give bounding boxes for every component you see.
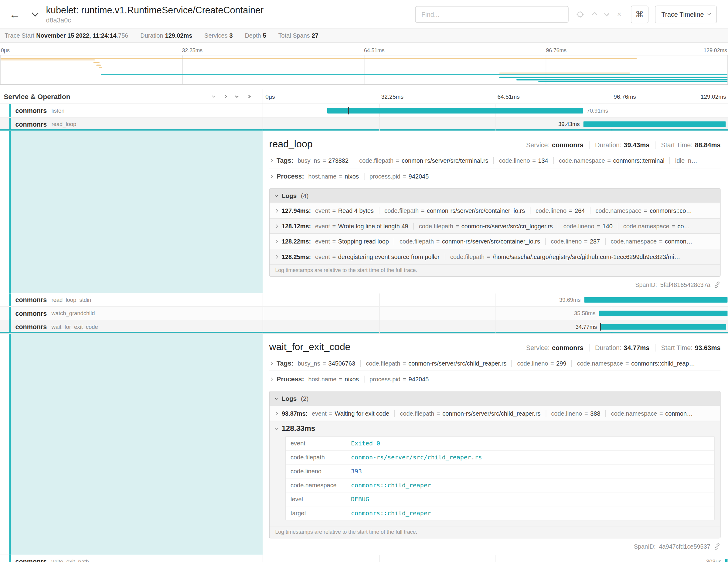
service-name: conmonrs <box>15 121 47 128</box>
minimap-canvas[interactable] <box>0 55 728 85</box>
copy-span-link-button[interactable] <box>714 543 721 550</box>
expand-one-button[interactable] <box>223 94 227 99</box>
span-row-listen[interactable]: conmonrs listen 70.91ms <box>0 104 728 118</box>
span-row-write-exit-path[interactable]: conmonrs write_exit_path 303μs <box>0 555 728 562</box>
copy-span-link-button[interactable] <box>714 281 721 288</box>
span-row-watch-grandchild[interactable]: conmonrs watch_grandchild 35.58ms <box>0 307 728 320</box>
span-duration-label: 39.69ms <box>559 297 580 303</box>
locate-span-button[interactable] <box>575 9 586 19</box>
log-entry[interactable]: 128.25ms: event=deregistering event sour… <box>270 249 720 264</box>
chevron-right-icon <box>270 159 273 162</box>
close-icon: × <box>617 10 621 18</box>
minimap-span-line <box>539 81 728 82</box>
span-timeline-cell[interactable]: 34.77ms <box>263 320 728 333</box>
process-section[interactable]: Process: host.name=nixos process.pid=942… <box>269 371 721 387</box>
span-bar[interactable] <box>599 311 728 316</box>
tags-section[interactable]: Tags: busy_ns=34506763 code.filepath=con… <box>269 355 721 371</box>
tick-label: 0μs <box>1 47 10 53</box>
back-button[interactable]: ← <box>5 7 24 22</box>
kv-row: code.lineno393 <box>286 464 714 478</box>
logs-header[interactable]: Logs (2) <box>270 391 720 405</box>
tick-label: 96.76ms <box>546 47 566 53</box>
tag: idle_n… <box>670 157 697 164</box>
find-input[interactable] <box>415 6 569 22</box>
service-operation-header: Service & Operation <box>0 89 263 104</box>
chevron-down-icon <box>275 426 278 430</box>
chevron-up-icon <box>592 12 597 17</box>
log-entry[interactable]: 93.87ms: event=Waiting for exit code cod… <box>270 405 720 421</box>
command-icon: ⌘ <box>635 9 644 19</box>
kv-row: code.namespaceconmonrs::child_reaper <box>286 478 714 492</box>
logs-footnote: Log timestamps are relative to the start… <box>270 526 720 538</box>
chevron-down-icon <box>604 11 609 16</box>
log-fields: event=Waiting for exit code code.filepat… <box>312 410 693 417</box>
span-bar[interactable] <box>584 297 728 302</box>
span-bar[interactable] <box>600 324 726 329</box>
tag: code.namespace=conmonrs::terminal <box>553 157 665 164</box>
tag-fields: busy_ns=273882 code.filepath=conmon-rs/s… <box>298 157 697 164</box>
chevron-right-icon <box>275 240 278 243</box>
span-timeline-cell[interactable]: 303μs <box>263 555 728 562</box>
log-entry-expanded-header[interactable]: 128.33ms <box>275 421 715 436</box>
span-name-cell[interactable]: conmonrs read_loop_stdin <box>0 293 263 306</box>
log-timestamp: 128.12ms: <box>282 223 311 230</box>
log-entry[interactable]: 127.94ms: event=Read 4 bytes code.filepa… <box>270 203 720 218</box>
span-row-wait-for-exit-code[interactable]: conmonrs wait_for_exit_code 34.77ms <box>0 320 728 334</box>
span-detail-header: read_loop Service:conmonrs Duration:39.4… <box>269 138 721 150</box>
tag: code.lineno=134 <box>493 157 548 164</box>
span-row-read-loop-stdin[interactable]: conmonrs read_loop_stdin 39.69ms <box>0 293 728 307</box>
span-name-cell[interactable]: conmonrs read_loop <box>0 118 263 131</box>
span-bar[interactable] <box>583 121 726 127</box>
span-timeline-cell[interactable]: 39.69ms <box>263 293 728 306</box>
collapse-trace-button[interactable] <box>31 8 39 20</box>
process-fields: host.name=nixos process.pid=942045 <box>308 173 429 180</box>
log-entry[interactable]: 128.22ms: event=Stopping read loop code.… <box>270 233 720 249</box>
operation-name: read_loop_stdin <box>51 297 91 303</box>
tick-label: 32.25ms <box>381 94 403 100</box>
clear-find-button[interactable]: × <box>616 9 622 19</box>
span-duration-label: 70.91ms <box>587 107 608 114</box>
log-entry[interactable]: 128.12ms: event=Wrote log line of length… <box>270 218 720 233</box>
span-name-cell[interactable]: conmonrs write_exit_path <box>0 555 263 562</box>
span-name-cell[interactable]: conmonrs watch_grandchild <box>0 307 263 320</box>
process-label: Process: <box>277 375 304 383</box>
chevron-right-icon <box>270 377 273 381</box>
span-bar[interactable] <box>725 559 728 562</box>
double-chevron-right-icon <box>247 95 251 98</box>
trace-view-switcher[interactable]: Trace Timeline <box>655 5 717 23</box>
log-fields: event=Read 4 bytes code.filepath=conmon-… <box>315 207 692 214</box>
service-name: conmonrs <box>15 107 47 114</box>
collapse-all-button[interactable] <box>235 94 239 99</box>
tick-label: 64.51ms <box>497 94 519 100</box>
summary-services: Services3 <box>204 32 233 39</box>
find-prev-button[interactable] <box>592 12 597 17</box>
span-name-cell[interactable]: conmonrs wait_for_exit_code <box>0 320 263 333</box>
span-timeline-cell[interactable]: 39.43ms <box>263 118 728 131</box>
keyboard-shortcuts-button[interactable]: ⌘ <box>631 5 648 23</box>
process-tag: process.pid=942045 <box>364 173 429 180</box>
span-timeline-cell[interactable]: 70.91ms <box>263 104 728 117</box>
find-next-button[interactable] <box>604 12 610 17</box>
log-entry-expanded: 128.33ms eventExited 0 code.filepathconm… <box>270 421 720 526</box>
collapse-one-button[interactable] <box>212 94 216 99</box>
minimap-span-line <box>1 60 95 60</box>
back-icon: ← <box>9 8 21 20</box>
span-name-cell[interactable]: conmonrs listen <box>0 104 263 117</box>
span-row-read-loop[interactable]: conmonrs read_loop 39.43ms <box>0 118 728 131</box>
span-bar[interactable] <box>327 108 583 113</box>
span-rows: conmonrs listen 70.91ms conmonrs read_lo… <box>0 104 728 562</box>
chevron-down-icon <box>32 9 39 17</box>
chevron-right-icon <box>270 362 273 365</box>
tag: code.lineno=299 <box>512 359 566 366</box>
expand-all-button[interactable] <box>247 94 252 99</box>
operation-name: watch_grandchild <box>51 310 95 316</box>
process-section[interactable]: Process: host.name=nixos process.pid=942… <box>269 168 721 184</box>
logs-header[interactable]: Logs (4) <box>270 189 720 203</box>
process-tag: process.pid=942045 <box>364 376 429 383</box>
tags-section[interactable]: Tags: busy_ns=273882 code.filepath=conmo… <box>269 152 721 168</box>
chevron-right-icon <box>275 224 278 228</box>
process-label: Process: <box>277 172 304 180</box>
minimap-span-line <box>499 73 630 73</box>
span-id-value: 5faf48165428c37a <box>660 281 710 288</box>
span-timeline-cell[interactable]: 35.58ms <box>263 307 728 320</box>
